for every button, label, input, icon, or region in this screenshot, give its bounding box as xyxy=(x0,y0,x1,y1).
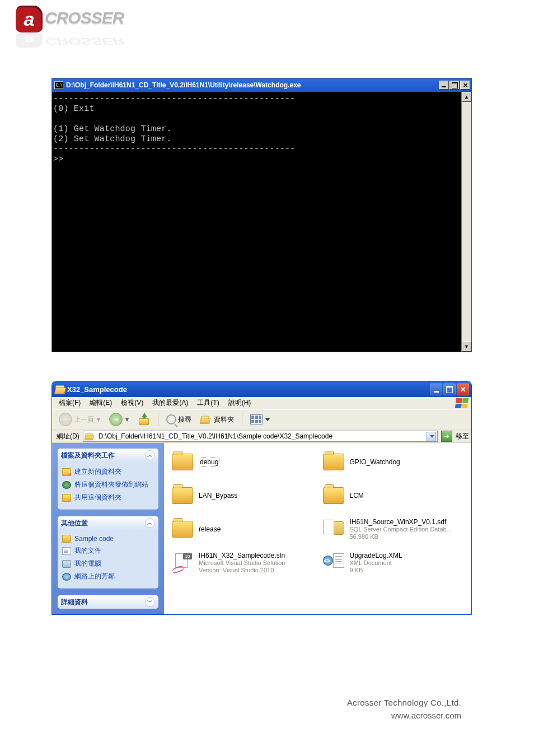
chevron-down-icon xyxy=(265,418,270,421)
console-titlebar[interactable]: C:\ D:\Obj_Folder\IH61N1_CD_Title_V0.2\I… xyxy=(52,78,471,92)
file-type: SQL Server Compact Edition Datab... xyxy=(350,526,452,533)
file-name: GPIO_Watchdog xyxy=(350,458,400,466)
menu-view[interactable]: 檢視(V) xyxy=(118,397,147,409)
folders-icon xyxy=(201,416,209,423)
files-area[interactable]: debug GPIO_Watchdog LAN_Bypass LCM relea… xyxy=(164,443,471,614)
brand-logo: a CROSSER a CROSSER xyxy=(16,6,161,34)
logo-text: CROSSER xyxy=(45,8,124,27)
go-label: 移至 xyxy=(456,432,469,441)
place-network[interactable]: 網路上的芳鄰 xyxy=(62,570,154,583)
chevron-up-icon[interactable]: ︿ xyxy=(145,450,155,460)
panel-header[interactable]: 其他位置 ︿ xyxy=(58,516,158,530)
file-type: XML Document xyxy=(350,559,402,567)
file-name: IH61N_X32_Samplecode.sln xyxy=(199,552,285,559)
go-button[interactable]: ➜ xyxy=(441,431,452,442)
minimize-button[interactable] xyxy=(430,383,442,395)
scroll-down-button[interactable]: ▼ xyxy=(462,342,471,352)
solution-file-icon: 10 xyxy=(172,553,193,572)
windows-logo-icon xyxy=(455,398,469,408)
file-name: IH61N_Source_WinXP_V0.1.sdf xyxy=(350,518,452,526)
up-button[interactable] xyxy=(134,412,153,427)
vertical-scrollbar[interactable]: ▲ ▼ xyxy=(461,92,471,352)
menu-help[interactable]: 說明(H) xyxy=(225,397,255,409)
computer-icon xyxy=(62,560,71,568)
chevron-down-icon xyxy=(430,435,434,438)
file-name: UpgradeLog.XML xyxy=(350,552,402,559)
globe-icon xyxy=(62,481,71,489)
views-icon xyxy=(250,414,263,424)
folder-icon xyxy=(62,535,71,543)
address-bar: 網址(D) D:\Obj_Folder\IH61N1_CD_Title_V0.2… xyxy=(52,430,471,443)
file-size: 9 KB xyxy=(350,567,402,574)
panel-header[interactable]: 詳細資料 ﹀ xyxy=(58,595,158,609)
network-icon xyxy=(62,573,71,581)
document-icon xyxy=(62,547,71,555)
folder-item-release[interactable]: release xyxy=(172,518,317,540)
folder-icon xyxy=(323,487,344,504)
share-folder-icon xyxy=(62,494,71,502)
folder-icon xyxy=(172,454,193,470)
chevron-up-icon[interactable]: ︿ xyxy=(145,518,155,528)
back-label: 上一頁 xyxy=(74,415,94,424)
menu-tools[interactable]: 工具(T) xyxy=(194,397,222,409)
forward-button[interactable]: → ▾ xyxy=(106,412,132,427)
console-window: C:\ D:\Obj_Folder\IH61N1_CD_Title_V0.2\I… xyxy=(51,78,472,352)
console-output: ----------------------------------------… xyxy=(52,92,461,352)
panel-header[interactable]: 檔案及資料夾工作 ︿ xyxy=(58,449,158,462)
toolbar: ← 上一頁 ▾ → ▾ 搜尋 資料夾 xyxy=(52,409,471,430)
panel-file-tasks: 檔案及資料夾工作 ︿ 建立新的資料夾 將這個資料夾發佈到網站 共用這個資料夾 xyxy=(58,449,158,510)
scroll-up-button[interactable]: ▲ xyxy=(462,92,471,102)
file-item-sdf[interactable]: IH61N_Source_WinXP_V0.1.sdf SQL Server C… xyxy=(323,518,469,540)
maximize-button[interactable] xyxy=(443,383,456,395)
folder-item-lcm[interactable]: LCM xyxy=(323,484,469,507)
panel-title: 詳細資料 xyxy=(61,598,88,607)
arrow-right-icon: → xyxy=(109,413,123,426)
minimize-button[interactable] xyxy=(439,81,449,90)
scroll-track[interactable] xyxy=(462,102,471,342)
folder-item-debug[interactable]: debug xyxy=(172,451,317,473)
file-size: 56,980 KB xyxy=(350,533,452,540)
close-button[interactable]: ✕ xyxy=(460,81,470,90)
menu-bar: 檔案(F) 編輯(E) 檢視(V) 我的最愛(A) 工具(T) 說明(H) xyxy=(52,397,471,409)
company-name: Acrosser Technology Co.,Ltd. xyxy=(347,698,461,707)
place-my-computer[interactable]: 我的電腦 xyxy=(62,557,154,570)
file-name: debug xyxy=(199,458,219,466)
panel-details: 詳細資料 ﹀ xyxy=(58,595,158,609)
task-share[interactable]: 共用這個資料夾 xyxy=(62,491,154,504)
folder-icon xyxy=(172,521,193,538)
chevron-down-icon[interactable]: ﹀ xyxy=(145,597,155,607)
views-button[interactable] xyxy=(247,412,273,427)
place-parent-folder[interactable]: Sample code xyxy=(62,533,154,544)
explorer-titlebar[interactable]: X32_Samplecode ✕ xyxy=(52,381,471,397)
file-type: Microsoft Visual Studio Solution xyxy=(199,559,285,567)
file-item-sln[interactable]: 10 IH61N_X32_Samplecode.sln Microsoft Vi… xyxy=(172,552,317,574)
new-folder-icon xyxy=(62,468,71,476)
address-label: 網址(D) xyxy=(57,432,79,441)
page-footer: Acrosser Technology Co.,Ltd. www.acrosse… xyxy=(347,698,461,720)
place-my-documents[interactable]: 我的文件 xyxy=(62,544,154,557)
menu-favorites[interactable]: 我的最愛(A) xyxy=(149,397,191,409)
file-item-xml[interactable]: <> UpgradeLog.XML XML Document 9 KB xyxy=(323,552,469,574)
file-name: release xyxy=(199,525,221,533)
folder-item-gpio[interactable]: GPIO_Watchdog xyxy=(323,451,469,473)
address-field[interactable]: D:\Obj_Folder\IH61N1_CD_Title_V0.2\IH61N… xyxy=(83,431,438,442)
file-name: LCM xyxy=(350,492,364,500)
back-button[interactable]: ← 上一頁 ▾ xyxy=(55,412,104,427)
menu-edit[interactable]: 編輯(E) xyxy=(86,397,115,409)
search-button[interactable]: 搜尋 xyxy=(163,412,195,427)
close-button[interactable]: ✕ xyxy=(457,383,469,395)
folder-icon xyxy=(323,454,344,470)
address-dropdown-button[interactable] xyxy=(427,432,436,441)
arrow-left-icon: ← xyxy=(59,413,72,426)
menu-file[interactable]: 檔案(F) xyxy=(55,397,84,409)
folder-open-icon xyxy=(55,385,64,393)
panel-other-places: 其他位置 ︿ Sample code 我的文件 我的電腦 網路上的芳鄰 xyxy=(58,516,158,589)
folders-button[interactable]: 資料夾 xyxy=(197,412,237,427)
folder-item-lanbypass[interactable]: LAN_Bypass xyxy=(172,484,317,507)
task-new-folder[interactable]: 建立新的資料夾 xyxy=(62,465,154,478)
maximize-button[interactable] xyxy=(449,81,460,90)
address-path: D:\Obj_Folder\IH61N1_CD_Title_V0.2\IH61N… xyxy=(99,432,332,440)
task-publish-web[interactable]: 將這個資料夾發佈到網站 xyxy=(62,478,154,491)
panel-title: 其他位置 xyxy=(61,519,88,528)
explorer-title-text: X32_Samplecode xyxy=(67,385,127,394)
